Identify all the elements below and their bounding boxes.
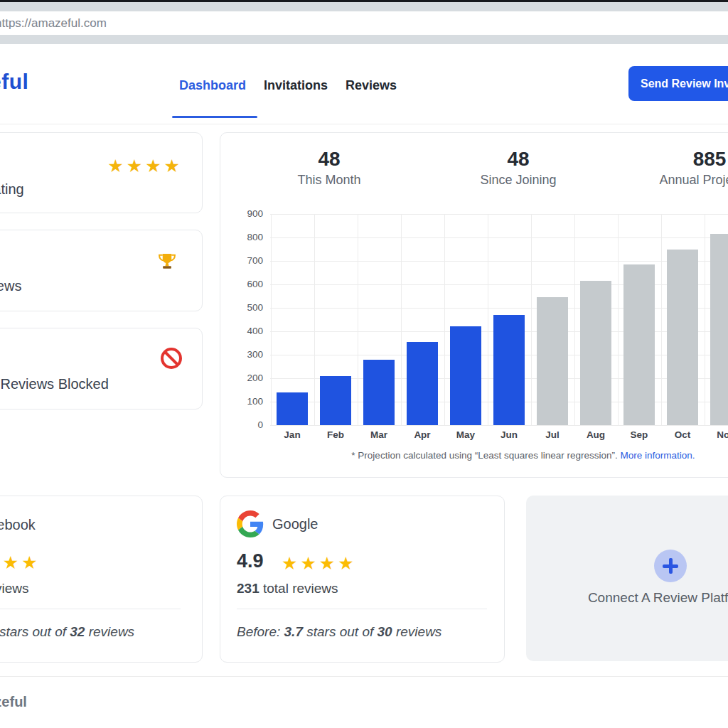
gridline-y-700 xyxy=(270,261,728,262)
plus-icon[interactable] xyxy=(654,550,687,582)
facebook-before-text: stars out of 32 reviews xyxy=(0,624,134,640)
reviews-chart-card: 48 This Month 48 Since Joining 885 Annua… xyxy=(220,132,728,478)
x-axis-tick-jan: Jan xyxy=(271,429,314,440)
gridline-y-900 xyxy=(270,214,728,215)
browser-chrome-bar-bottom xyxy=(0,35,728,44)
connect-platform-label[interactable]: Connect A Review Platform xyxy=(526,590,728,606)
gridline-x-5 xyxy=(488,214,488,425)
app-logo[interactable]: Amazeful xyxy=(0,70,28,94)
facebook-title: Facebook xyxy=(0,517,36,533)
chart-bar-feb xyxy=(320,376,351,425)
google-before-rating: 3.7 xyxy=(284,624,303,639)
facebook-before-suffix: reviews xyxy=(89,624,134,639)
page: https://amazeful.com Amazeful Dashboard … xyxy=(0,0,728,728)
google-logo-icon xyxy=(237,510,264,540)
gridline-x-3 xyxy=(401,214,402,425)
chart-bar-aug xyxy=(580,281,611,425)
browser-chrome-bar xyxy=(0,2,728,11)
bar-chart: 0100200300400500600700800900JanFebMarApr… xyxy=(220,133,728,477)
chart-bar-jun xyxy=(493,315,525,425)
chart-bar-jan xyxy=(277,392,308,425)
x-axis-tick-nov: Nov xyxy=(705,429,728,440)
gridline-y-800 xyxy=(270,237,728,238)
chart-bar-oct xyxy=(667,250,698,426)
reviews-blocked-label: Negative Reviews Blocked xyxy=(0,376,109,392)
x-axis-tick-mar: Mar xyxy=(358,429,400,440)
facebook-review-card: Facebook ★★★★ total reviews stars out of… xyxy=(0,496,203,663)
x-axis-tick-aug: Aug xyxy=(574,429,617,440)
nav-links: Dashboard Invitations Reviews xyxy=(179,78,397,93)
google-before-label: Before: xyxy=(237,624,280,639)
average-rating-label: Average Star Rating xyxy=(0,181,24,198)
url-text[interactable]: https://amazeful.com xyxy=(0,11,107,35)
chart-bar-may xyxy=(450,326,481,425)
total-reviews-card: Total Reviews xyxy=(0,230,203,311)
facebook-before-prefix: stars out of xyxy=(0,624,66,639)
gridline-x-9 xyxy=(661,214,662,425)
y-axis-tick-500: 500 xyxy=(233,302,263,314)
send-review-invitations-button[interactable]: Send Review Invitations xyxy=(628,66,728,101)
google-before-text: Before: 3.7 stars out of 30 reviews xyxy=(237,624,441,640)
y-axis-tick-400: 400 xyxy=(233,326,263,337)
google-before-count: 30 xyxy=(378,624,392,639)
gridline-x-2 xyxy=(358,214,358,425)
x-axis-tick-feb: Feb xyxy=(314,429,357,440)
trophy-icon xyxy=(157,252,177,274)
y-axis-tick-600: 600 xyxy=(233,279,263,290)
rating-stars-icon: ★★★★ xyxy=(107,156,183,176)
gridline-x-1 xyxy=(314,214,315,425)
google-stars-icon: ★★★★ xyxy=(282,553,357,574)
chart-bar-mar xyxy=(363,360,395,425)
facebook-before-count: 32 xyxy=(70,624,85,639)
google-card-divider xyxy=(237,609,487,609)
chart-footnote: * Projection calculated using “Least squ… xyxy=(257,450,728,461)
gridline-x-4 xyxy=(444,214,445,425)
y-axis-tick-700: 700 xyxy=(233,255,263,267)
navbar: Amazeful Dashboard Invitations Reviews S… xyxy=(0,44,728,124)
nav-tab-invitations[interactable]: Invitations xyxy=(264,78,328,93)
gridline-x-7 xyxy=(574,214,575,425)
google-rating-value: 4.9 xyxy=(237,550,264,572)
active-tab-underline xyxy=(172,116,257,118)
footer-logo: Amazeful xyxy=(0,694,27,710)
average-rating-card: ★★★★ Average Star Rating xyxy=(0,132,203,213)
y-axis-tick-0: 0 xyxy=(233,419,263,431)
no-entry-icon xyxy=(161,348,182,369)
gridline-x-6 xyxy=(531,214,532,425)
gridline-y-0 xyxy=(270,425,728,426)
facebook-stars-icon: ★★★★ xyxy=(0,552,41,573)
nav-tab-dashboard[interactable]: Dashboard xyxy=(179,78,246,93)
x-axis-tick-oct: Oct xyxy=(661,429,704,440)
x-axis-tick-sep: Sep xyxy=(618,429,660,440)
google-before-suffix: reviews xyxy=(396,624,441,639)
chart-bar-apr xyxy=(407,342,438,425)
total-reviews-label: Total Reviews xyxy=(0,278,21,294)
nav-tab-reviews[interactable]: Reviews xyxy=(346,78,397,93)
more-information-link[interactable]: More information. xyxy=(621,450,695,461)
gridline-y-600 xyxy=(270,284,728,285)
connect-platform-card[interactable]: Connect A Review Platform xyxy=(526,496,728,661)
y-axis-tick-300: 300 xyxy=(233,349,263,360)
google-total-label: total reviews xyxy=(263,581,338,596)
google-before-middle: stars out of xyxy=(306,624,373,639)
chart-bar-jul xyxy=(537,297,568,425)
address-bar[interactable]: https://amazeful.com xyxy=(0,11,728,35)
gridline-x-0 xyxy=(271,214,272,425)
x-axis-tick-may: May xyxy=(444,429,487,440)
footer-divider xyxy=(0,676,728,677)
y-axis-tick-200: 200 xyxy=(233,373,263,384)
facebook-card-divider xyxy=(0,609,181,609)
y-axis-tick-100: 100 xyxy=(233,396,263,407)
y-axis-tick-900: 900 xyxy=(233,208,263,220)
chart-bar-sep xyxy=(623,264,655,425)
x-axis-tick-jun: Jun xyxy=(488,429,530,440)
y-axis-tick-800: 800 xyxy=(233,232,263,243)
chart-bar-nov xyxy=(710,234,728,425)
gridline-x-10 xyxy=(705,214,705,425)
google-review-card: Google 4.9 ★★★★ 231 total reviews Before… xyxy=(220,496,505,663)
x-axis-tick-apr: Apr xyxy=(401,429,444,440)
gridline-y-500 xyxy=(270,308,728,309)
reviews-blocked-card: Negative Reviews Blocked xyxy=(0,328,203,410)
gridline-x-8 xyxy=(618,214,619,425)
google-total-count: 231 xyxy=(237,581,259,596)
